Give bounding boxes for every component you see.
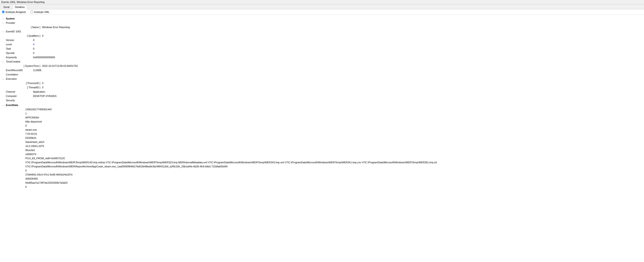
provider-label: Provider (6, 21, 15, 25)
opcode-val: 0 (33, 51, 34, 55)
system-label: System (6, 17, 15, 21)
version-key: Version (6, 38, 33, 42)
task-val: 0 (33, 47, 34, 51)
radio-xml[interactable]: Exibição XML (30, 11, 49, 13)
qualifiers-key: [ Qualifiers ] (6, 34, 42, 38)
list-item: 1306100177458301443 (25, 107, 641, 111)
qualifiers-val: 0 (42, 34, 44, 38)
threadid-key: [ ThreadID ] (6, 85, 42, 89)
keywords-val: 0x80000000000000 (33, 55, 55, 59)
list-item: 0fcecfa3 (25, 148, 641, 152)
eventid-value: 1001 (16, 30, 21, 34)
list-item: \\?\C:\ProgramData\Microsoft\Windows\WER… (25, 164, 641, 169)
list-item: \\?\C:\ProgramData\Microsoft\Windows\WER… (25, 160, 641, 164)
list-item: Não disponível (25, 119, 641, 124)
list-item: 0 (25, 185, 641, 189)
list-item: APPCRASH (25, 115, 641, 119)
expand-timecreated[interactable]: - (3, 60, 6, 64)
list-item: 268435456 (25, 177, 641, 181)
list-item: StackHash_dd14 (25, 140, 641, 144)
keywords-key: Keywords (6, 55, 33, 59)
list-item: PCH_E8_FROM_ntdll+0x0007312C (25, 156, 641, 160)
processid-key: [ ProcessID ] (6, 81, 42, 85)
list-item: c0000374 (25, 152, 641, 156)
expand-eventid[interactable]: - (3, 30, 6, 34)
processid-val: 0 (42, 81, 44, 85)
provider-name-key: [ Name ] (6, 25, 42, 29)
execution-label: Execution (6, 77, 17, 81)
list-item: 1 (25, 111, 641, 115)
title-text: Evento 1001, Windows Error Reporting (1, 1, 44, 4)
level-val: 4 (33, 42, 34, 46)
computer-key: Computer (6, 94, 33, 98)
eventdata-label: EventData (6, 103, 18, 107)
computer-val: DESKTOP-VV942ES (33, 94, 56, 98)
version-val: 0 (33, 38, 34, 42)
expand-execution[interactable]: - (3, 77, 6, 81)
content-area: - System - Provider [ Name ] Windows Err… (0, 15, 644, 262)
radio-amigavel[interactable]: Exibição Amigável (2, 11, 26, 13)
expand-system[interactable]: - (3, 17, 6, 21)
correlation-key: Correlation (6, 72, 33, 77)
list-item: 0 (25, 169, 641, 173)
radio-bar: Exibição Amigável Exibição XML (0, 9, 644, 15)
channel-val: Application (33, 90, 45, 94)
threadid-val: 0 (42, 85, 44, 89)
channel-key: Channel (6, 90, 33, 94)
expand-provider[interactable]: - (3, 21, 6, 25)
list-item: 7.53.93.61 (25, 132, 641, 136)
list-item: 0 (25, 124, 641, 128)
eventrecordid-val: 113908 (33, 68, 42, 72)
title-bar: Evento 1001, Windows Error Reporting (0, 0, 644, 4)
list-item: 10.0.19041.2075 (25, 144, 641, 148)
eventdata-values: 13061001774583014431APPCRASHNão disponív… (3, 107, 641, 189)
task-key: Task (6, 47, 33, 51)
list-item: 27b04841-93c4-47e1-9c88-4843e24e207e (25, 173, 641, 177)
list-item: 63339b41 (25, 136, 641, 140)
systemtime-val: 2022-10-01T13:09:43.8493176Z (42, 64, 78, 68)
level-key: Level (6, 42, 33, 46)
security-key: Security (6, 98, 33, 102)
eventid-label: EventID (6, 30, 15, 34)
tab-geral[interactable]: Geral (1, 5, 12, 9)
list-item: steam.exe (25, 128, 641, 132)
tab-bar: Geral Detalhes (0, 4, 644, 9)
systemtime-key: [ SystemTime ] (6, 64, 42, 68)
eventrecordid-key: EventRecordID (6, 68, 33, 72)
list-item: 64d95aa7a172ff7de2203330fe7a0a03 (25, 181, 641, 185)
expand-eventdata[interactable]: - (3, 103, 6, 107)
tab-detalhes[interactable]: Detalhes (12, 5, 27, 9)
provider-name-val: Windows Error Reporting (42, 25, 70, 29)
timecreated-label: TimeCreated (6, 60, 20, 64)
opcode-key: Opcode (6, 51, 33, 55)
